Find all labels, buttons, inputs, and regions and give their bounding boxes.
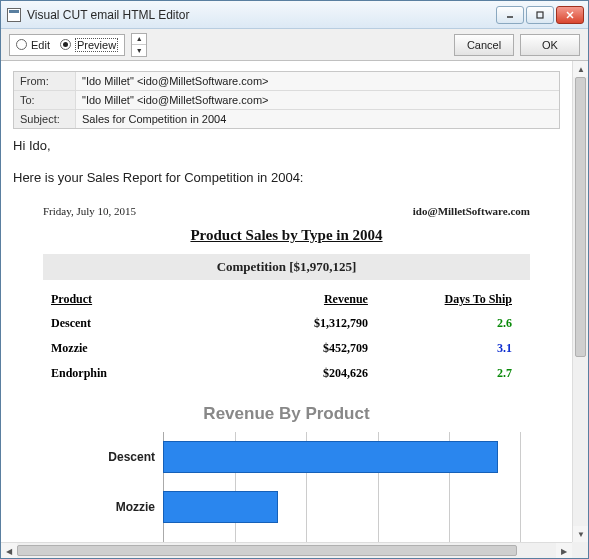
minimize-button[interactable] [496, 6, 524, 24]
col-revenue: Revenue [224, 292, 368, 307]
product-table: Product Revenue Days To Ship Descent $1,… [43, 288, 530, 386]
email-to-row: To: "Ido Millet" <ido@MilletSoftware.com… [14, 91, 559, 110]
spinner-down-icon[interactable]: ▼ [132, 45, 146, 56]
cell-revenue: $1,312,790 [224, 316, 368, 331]
report-top-row: Friday, July 10, 2015 ido@MilletSoftware… [43, 205, 530, 217]
ok-button[interactable]: OK [520, 34, 580, 56]
from-value: "Ido Millet" <ido@MilletSoftware.com> [76, 72, 559, 90]
cancel-button[interactable]: Cancel [454, 34, 514, 56]
horizontal-scrollbar[interactable]: ◀ ▶ [1, 542, 572, 558]
app-icon [7, 8, 21, 22]
preview-radio[interactable]: Preview [60, 38, 118, 52]
scroll-track[interactable] [573, 77, 588, 526]
chart-bar-row: Mozzie [43, 487, 520, 527]
preview-radio-label: Preview [75, 38, 118, 52]
chart-title: Revenue By Product [43, 404, 530, 424]
cell-days: 2.7 [368, 366, 522, 381]
size-spinner[interactable]: ▲ ▼ [131, 33, 147, 57]
spinner-up-icon[interactable]: ▲ [132, 34, 146, 46]
vertical-scrollbar[interactable]: ▲ ▼ [572, 61, 588, 542]
scroll-corner [572, 542, 588, 558]
email-intro: Here is your Sales Report for Competitio… [13, 169, 560, 187]
to-label: To: [14, 91, 76, 109]
from-label: From: [14, 72, 76, 90]
chart-bar-row: Descent [43, 437, 520, 477]
cell-revenue: $452,709 [224, 341, 368, 356]
svg-rect-1 [537, 12, 543, 18]
cell-revenue: $204,626 [224, 366, 368, 381]
chart-bar [163, 491, 278, 523]
window-title: Visual CUT email HTML Editor [27, 8, 496, 22]
email-subject-row: Subject: Sales for Competition in 2004 [14, 110, 559, 128]
window-controls [496, 6, 584, 24]
scroll-up-icon[interactable]: ▲ [573, 61, 588, 77]
report-body: Friday, July 10, 2015 ido@MilletSoftware… [13, 205, 560, 542]
chart-bar [163, 441, 498, 473]
scroll-down-icon[interactable]: ▼ [573, 526, 588, 542]
toolbar: Edit Preview ▲ ▼ Cancel OK [1, 29, 588, 61]
application-window: Visual CUT email HTML Editor Edit Previe… [0, 0, 589, 559]
edit-radio-label: Edit [31, 39, 50, 51]
scroll-thumb[interactable] [575, 77, 586, 357]
titlebar: Visual CUT email HTML Editor [1, 1, 588, 29]
cell-days: 2.6 [368, 316, 522, 331]
cell-days: 3.1 [368, 341, 522, 356]
email-greeting: Hi Ido, [13, 137, 560, 155]
report-title: Product Sales by Type in 2004 [43, 227, 530, 244]
report-email: ido@MilletSoftware.com [413, 205, 530, 217]
table-row: Endorphin $204,626 2.7 [43, 361, 530, 386]
preview-pane: From: "Ido Millet" <ido@MilletSoftware.c… [1, 61, 572, 542]
maximize-button[interactable] [526, 6, 554, 24]
col-product: Product [51, 292, 224, 307]
email-header-table: From: "Ido Millet" <ido@MilletSoftware.c… [13, 71, 560, 129]
col-days: Days To Ship [368, 292, 522, 307]
mode-radio-group: Edit Preview [9, 34, 125, 56]
report-date: Friday, July 10, 2015 [43, 205, 136, 217]
close-button[interactable] [556, 6, 584, 24]
radio-icon [16, 39, 27, 50]
subject-label: Subject: [14, 110, 76, 128]
chart-bar-label: Mozzie [43, 500, 163, 514]
cell-product: Endorphin [51, 366, 224, 381]
table-header: Product Revenue Days To Ship [43, 288, 530, 311]
scroll-thumb[interactable] [17, 545, 517, 556]
table-row: Mozzie $452,709 3.1 [43, 336, 530, 361]
radio-icon [60, 39, 71, 50]
scroll-left-icon[interactable]: ◀ [1, 543, 17, 558]
group-header: Competition [$1,970,125] [43, 254, 530, 280]
to-value: "Ido Millet" <ido@MilletSoftware.com> [76, 91, 559, 109]
chart-bar-label: Descent [43, 450, 163, 464]
table-row: Descent $1,312,790 2.6 [43, 311, 530, 336]
edit-radio[interactable]: Edit [16, 39, 50, 51]
content-area: From: "Ido Millet" <ido@MilletSoftware.c… [1, 61, 588, 558]
scroll-right-icon[interactable]: ▶ [556, 543, 572, 558]
subject-value: Sales for Competition in 2004 [76, 110, 559, 128]
cell-product: Mozzie [51, 341, 224, 356]
scroll-track[interactable] [17, 543, 556, 558]
email-from-row: From: "Ido Millet" <ido@MilletSoftware.c… [14, 72, 559, 91]
cell-product: Descent [51, 316, 224, 331]
revenue-chart: Descent Mozzie [43, 432, 530, 542]
